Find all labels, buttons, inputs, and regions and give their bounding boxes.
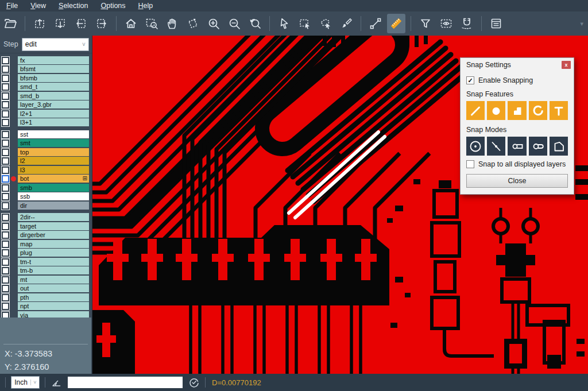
snap-feature-surface-button[interactable]: [508, 101, 526, 120]
zoom-previous-icon[interactable]: [246, 14, 264, 33]
layer-mt[interactable]: mt: [18, 276, 89, 284]
layer-visibility-checkbox[interactable]: [2, 249, 9, 257]
layer-visibility-checkbox[interactable]: [2, 202, 9, 210]
layer-visibility-checkbox[interactable]: [2, 119, 9, 126]
layer-bot[interactable]: bot⊞: [18, 175, 89, 183]
layer-visibility-checkbox[interactable]: [2, 83, 9, 91]
layer-plug[interactable]: plug: [18, 249, 89, 257]
snap-mode-slot-center-button[interactable]: [529, 137, 547, 156]
close-button[interactable]: Close: [466, 174, 568, 188]
layer-l3+1[interactable]: l3+1: [18, 118, 89, 126]
snap-mode-slot-end-button[interactable]: [508, 137, 526, 156]
snap-mode-corner-button[interactable]: [550, 137, 568, 156]
layer-visibility-checkbox[interactable]: [2, 110, 9, 118]
layer-dir[interactable]: dir: [18, 202, 89, 210]
layer-dirgerber[interactable]: dirgerber: [18, 231, 89, 239]
layer-target[interactable]: target: [18, 222, 89, 230]
layer-visibility-checkbox[interactable]: [2, 65, 9, 73]
layer-sst[interactable]: sst: [18, 130, 89, 138]
step-dropdown[interactable]: edit ˅: [22, 38, 89, 51]
menu-options[interactable]: Options: [94, 0, 131, 11]
layer-map[interactable]: map: [18, 240, 89, 248]
layer-visibility-checkbox[interactable]: [2, 285, 9, 292]
layer-2dir--[interactable]: 2dir--: [18, 213, 89, 221]
pan-left-icon[interactable]: [72, 14, 90, 33]
layer-visibility-checkbox[interactable]: [2, 101, 9, 109]
snap-feature-pad-button[interactable]: [487, 101, 505, 120]
layer-visibility-checkbox[interactable]: [2, 175, 9, 183]
layer-visibility-checkbox[interactable]: [2, 92, 9, 100]
layer-out[interactable]: out: [18, 284, 89, 292]
layer-tm-b[interactable]: tm-b: [18, 266, 89, 274]
select-brush-icon[interactable]: [337, 14, 355, 33]
close-icon[interactable]: x: [562, 61, 571, 69]
menu-selection[interactable]: Selection: [52, 0, 94, 11]
measure-distance-icon[interactable]: [366, 14, 385, 33]
layer-top[interactable]: top: [18, 148, 89, 156]
snap-feature-line-button[interactable]: [466, 101, 485, 120]
toolbar-overflow-chevron[interactable]: ▾: [580, 20, 583, 28]
zoom-in-icon[interactable]: [204, 14, 223, 33]
snap-magnet-icon[interactable]: [458, 14, 476, 33]
menu-view[interactable]: View: [24, 0, 52, 11]
layer-smb[interactable]: smb: [18, 184, 89, 192]
layer-layer_3.gbr[interactable]: layer_3.gbr: [18, 100, 89, 109]
layer-visibility-checkbox[interactable]: [2, 131, 9, 138]
angle-measure-icon[interactable]: [51, 377, 62, 388]
layers-panel-icon[interactable]: [487, 14, 505, 33]
layer-visibility-checkbox[interactable]: [2, 223, 9, 230]
snap-all-layers-checkbox[interactable]: [466, 160, 474, 168]
layer-pth[interactable]: pth: [18, 293, 89, 301]
pan-down-icon[interactable]: [51, 14, 69, 33]
zoom-out-icon[interactable]: [225, 14, 243, 33]
layer-visibility-checkbox[interactable]: [2, 184, 9, 192]
dialog-title-bar[interactable]: Snap Settings x: [461, 58, 574, 72]
pan-right-icon[interactable]: [92, 14, 111, 33]
layer-bfsmb[interactable]: bfsmb: [18, 74, 89, 82]
menu-help[interactable]: Help: [132, 0, 160, 11]
pan-hand-icon[interactable]: [163, 14, 181, 33]
layer-visibility-checkbox[interactable]: [2, 231, 9, 239]
zoom-object-icon[interactable]: [184, 14, 202, 33]
pan-up-icon[interactable]: [30, 14, 49, 33]
layer-visibility-checkbox[interactable]: [2, 140, 9, 147]
layer-visibility-checkbox[interactable]: [2, 294, 9, 301]
ruler-icon[interactable]: [387, 14, 405, 33]
layer-visibility-checkbox[interactable]: [2, 193, 9, 200]
select-polygon-icon[interactable]: [316, 14, 335, 33]
layer-smd_b[interactable]: smd_b: [18, 92, 89, 100]
select-rectangle-icon[interactable]: [296, 14, 314, 33]
layer-smt[interactable]: smt: [18, 139, 89, 147]
layer-visibility-checkbox[interactable]: [2, 276, 9, 284]
layer-l3[interactable]: l3: [18, 166, 89, 174]
measure-input[interactable]: [68, 377, 183, 388]
layer-npt[interactable]: npt: [18, 302, 89, 310]
layer-fx[interactable]: fx: [18, 56, 89, 64]
layer-visibility-checkbox[interactable]: [2, 241, 9, 248]
layer-visibility-checkbox[interactable]: [2, 157, 9, 165]
snap-mode-midpoint-button[interactable]: [487, 137, 505, 156]
layer-visibility-checkbox[interactable]: [2, 267, 9, 274]
home-view-icon[interactable]: [122, 14, 140, 33]
layer-l2+1[interactable]: l2+1: [18, 110, 89, 118]
unit-dropdown[interactable]: Inch ˅: [11, 376, 40, 389]
refresh-check-icon[interactable]: [188, 377, 200, 388]
layer-smd_t[interactable]: smd_t: [18, 83, 89, 91]
filter-icon[interactable]: [416, 14, 435, 33]
enable-snapping-checkbox[interactable]: ✓: [466, 76, 474, 84]
layer-visibility-checkbox[interactable]: [2, 303, 9, 310]
snap-mode-center-button[interactable]: [466, 137, 485, 156]
layer-visibility-checkbox[interactable]: [2, 149, 9, 156]
snap-feature-arc-button[interactable]: [529, 101, 547, 120]
layer-visibility-checkbox[interactable]: [2, 57, 9, 64]
layer-visibility-checkbox[interactable]: [2, 167, 9, 174]
layer-visibility-checkbox[interactable]: [2, 75, 9, 82]
layer-bfsmt[interactable]: bfsmt: [18, 65, 89, 73]
select-pointer-icon[interactable]: [275, 14, 293, 33]
layer-tm-t[interactable]: tm-t: [18, 258, 89, 266]
show-hide-area-icon[interactable]: [437, 14, 455, 33]
layer-visibility-checkbox[interactable]: [2, 214, 9, 221]
layer-visibility-checkbox[interactable]: [2, 258, 9, 266]
menu-file[interactable]: File: [0, 0, 24, 11]
snap-feature-text-button[interactable]: [550, 101, 568, 120]
